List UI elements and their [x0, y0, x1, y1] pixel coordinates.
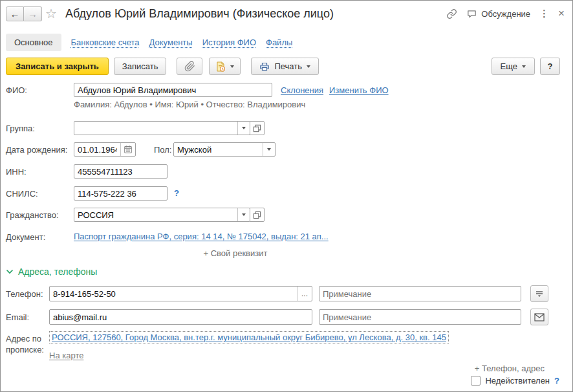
close-icon[interactable]: ×: [558, 8, 565, 19]
document-clock-icon: [215, 61, 226, 72]
tab-fio-history[interactable]: История ФИО: [202, 38, 256, 47]
group-label: Группа:: [6, 124, 35, 133]
citizenship-chevron-down-icon[interactable]: [237, 208, 250, 221]
fio-input[interactable]: [74, 83, 272, 97]
forward-button[interactable]: →: [24, 6, 42, 21]
document-label: Документ:: [6, 232, 45, 242]
open-form-icon: [253, 211, 261, 219]
send-email-button[interactable]: [530, 309, 548, 325]
paperclip-icon: [184, 61, 195, 72]
open-form-icon: [253, 124, 261, 133]
discussion-label: Обсуждение: [481, 9, 530, 19]
add-attribute-button[interactable]: + Свой реквизит: [74, 248, 397, 258]
printer-icon: [259, 61, 270, 72]
person-card-window: ← → ☆ Абдулов Юрий Владимирович (Физичес…: [0, 0, 573, 392]
contacts-section-title: Адреса, телефоны: [18, 267, 97, 277]
tab-documents[interactable]: Документы: [149, 38, 193, 47]
print-button[interactable]: Печать: [251, 58, 319, 75]
more-button[interactable]: Еще: [492, 58, 535, 75]
help-button[interactable]: ?: [540, 58, 560, 75]
more-label: Еще: [501, 61, 517, 71]
lines-dropdown-icon: [535, 289, 544, 298]
birthdate-label: Дата рождения:: [6, 145, 67, 155]
favorite-star-icon[interactable]: ☆: [45, 6, 57, 21]
invalid-label: Недействителен: [485, 376, 550, 386]
tab-files[interactable]: Файлы: [266, 38, 292, 47]
inn-label: ИНН:: [6, 167, 27, 177]
email-input[interactable]: [49, 309, 312, 325]
gender-field: [173, 142, 276, 157]
section-chevron-down-icon: [6, 268, 14, 276]
save-and-close-button[interactable]: Записать и закрыть: [6, 58, 109, 75]
back-button[interactable]: ←: [6, 6, 24, 21]
add-contact-button[interactable]: + Телефон, адрес: [475, 364, 545, 373]
birthdate-field: [74, 142, 136, 157]
snils-input[interactable]: [74, 186, 168, 201]
map-link[interactable]: На карте: [49, 351, 83, 360]
invalid-checkbox[interactable]: [471, 376, 481, 386]
address-link[interactable]: РОССИЯ, 127560, Город Москва, вн.тер.г. …: [49, 331, 449, 343]
group-field: [74, 121, 250, 135]
tab-main[interactable]: Основное: [6, 34, 61, 51]
group-open-button[interactable]: [250, 121, 265, 135]
copy-link-icon[interactable]: [446, 8, 457, 19]
email-note-input[interactable]: [319, 309, 521, 325]
group-chevron-down-icon[interactable]: [237, 122, 250, 135]
forward-arrow-icon: →: [28, 8, 38, 19]
group-input[interactable]: [74, 122, 237, 135]
gender-label: Пол:: [154, 145, 172, 155]
phone-input[interactable]: [50, 287, 297, 301]
inn-input[interactable]: [74, 164, 168, 179]
fio-label: ФИО:: [6, 85, 27, 95]
command-bar: Записать и закрыть Записать: [6, 58, 560, 75]
snils-help-icon[interactable]: ?: [174, 188, 179, 198]
versions-button[interactable]: [209, 58, 241, 75]
chat-bubble-icon: [466, 8, 477, 19]
kebab-menu-icon[interactable]: ⋮: [539, 8, 549, 19]
snils-label: СНИЛС:: [6, 189, 38, 199]
document-link[interactable]: Паспорт гражданина РФ, серия: 14 14, № 1…: [74, 232, 329, 241]
calendar-button[interactable]: [120, 143, 135, 156]
address-label: Адрес по прописке:: [6, 333, 47, 355]
fio-hint: Фамилия: Абдулов • Имя: Юрий • Отчество:…: [74, 100, 305, 109]
attachments-button[interactable]: [177, 58, 202, 75]
tab-bar: Основное Банковские счета Документы Исто…: [6, 33, 292, 51]
phone-label: Телефон:: [6, 289, 43, 299]
citizenship-label: Гражданство:: [6, 210, 59, 220]
birthdate-input[interactable]: [74, 143, 120, 156]
phone-note-input[interactable]: [319, 286, 521, 301]
titlebar-actions: Обсуждение ⋮ ×: [446, 8, 565, 19]
contacts-section-header[interactable]: Адреса, телефоны: [6, 267, 97, 277]
tab-bank-accounts[interactable]: Банковские счета: [71, 38, 140, 47]
save-button[interactable]: Записать: [114, 58, 167, 75]
phone-field: ...: [49, 286, 312, 301]
citizenship-open-button[interactable]: [250, 208, 265, 222]
gender-input[interactable]: [174, 143, 263, 156]
back-arrow-icon: ←: [10, 8, 20, 19]
citizenship-input[interactable]: [74, 208, 237, 221]
window-title: Абдулов Юрий Владимирович (Физическое ли…: [65, 7, 334, 21]
phone-more-button[interactable]: ...: [297, 287, 312, 301]
print-label: Печать: [274, 61, 302, 71]
history-nav: ← →: [6, 6, 42, 21]
titlebar: ← → ☆ Абдулов Юрий Владимирович (Физичес…: [1, 1, 572, 29]
discussion-button[interactable]: Обсуждение: [466, 8, 530, 19]
phone-actions-button[interactable]: [530, 285, 548, 302]
change-fio-link[interactable]: Изменить ФИО: [329, 85, 389, 95]
email-label: Email:: [6, 312, 29, 322]
citizenship-field: [74, 208, 250, 222]
invalid-row: Недействителен ?: [471, 376, 559, 386]
calendar-icon: [124, 145, 133, 154]
envelope-icon: [534, 313, 545, 321]
declension-link[interactable]: Склонения: [281, 85, 323, 95]
gender-chevron-down-icon[interactable]: [263, 143, 275, 156]
invalid-help-icon[interactable]: ?: [554, 376, 559, 386]
